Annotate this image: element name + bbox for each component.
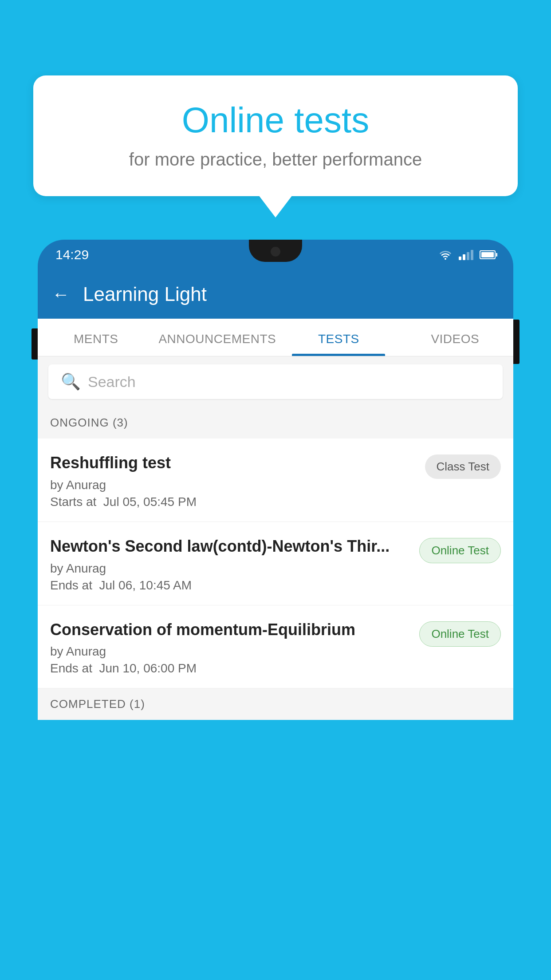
phone-right-button [513, 320, 520, 364]
bubble-title: Online tests [60, 100, 491, 141]
bubble-subtitle: for more practice, better performance [60, 150, 491, 170]
tab-videos[interactable]: VIDEOS [397, 319, 513, 356]
tab-tests[interactable]: TESTS [280, 319, 397, 356]
test-by-3: by Anurag [50, 644, 410, 659]
signal-icon [459, 249, 473, 260]
completed-section-header: COMPLETED (1) [38, 688, 513, 720]
test-list: Reshuffling test by Anurag Starts at Jul… [38, 439, 513, 688]
status-time: 14:29 [55, 247, 89, 262]
speech-bubble: Online tests for more practice, better p… [33, 75, 518, 196]
test-name-3: Conservation of momentum-Equilibrium [50, 620, 410, 640]
test-item-1[interactable]: Reshuffling test by Anurag Starts at Jul… [38, 439, 513, 522]
phone-screen: 14:29 [38, 240, 513, 720]
test-badge-2: Online Test [419, 538, 501, 563]
test-name-1: Reshuffling test [50, 453, 416, 474]
test-name-2: Newton's Second law(contd)-Newton's Thir… [50, 536, 410, 557]
app-toolbar: ← Learning Light [38, 270, 513, 319]
tab-bar: MENTS ANNOUNCEMENTS TESTS VIDEOS [38, 319, 513, 356]
tab-announcements[interactable]: ANNOUNCEMENTS [154, 319, 280, 356]
notch [249, 240, 302, 262]
test-by-2: by Anurag [50, 561, 410, 576]
back-button[interactable]: ← [52, 285, 70, 304]
test-item-2[interactable]: Newton's Second law(contd)-Newton's Thir… [38, 522, 513, 605]
test-time-2: Ends at Jul 06, 10:45 AM [50, 578, 410, 593]
test-badge-1: Class Test [425, 454, 501, 479]
phone-container: 14:29 [38, 240, 513, 980]
search-input[interactable]: Search [88, 373, 136, 391]
status-bar: 14:29 [38, 240, 513, 270]
test-badge-3: Online Test [419, 621, 501, 647]
search-bar[interactable]: 🔍 Search [48, 364, 503, 399]
test-info-3: Conservation of momentum-Equilibrium by … [50, 620, 419, 676]
test-time-3: Ends at Jun 10, 06:00 PM [50, 661, 410, 676]
test-by-1: by Anurag [50, 478, 416, 492]
phone-left-button [31, 328, 38, 360]
tab-ments[interactable]: MENTS [38, 319, 154, 356]
search-icon: 🔍 [61, 372, 81, 391]
battery-icon [480, 250, 496, 259]
test-item-3[interactable]: Conservation of momentum-Equilibrium by … [38, 605, 513, 689]
test-info-1: Reshuffling test by Anurag Starts at Jul… [50, 453, 425, 509]
camera [271, 247, 280, 257]
wifi-icon [438, 249, 453, 260]
app-title: Learning Light [83, 283, 207, 305]
search-container: 🔍 Search [38, 356, 513, 407]
test-info-2: Newton's Second law(contd)-Newton's Thir… [50, 536, 419, 593]
test-time-1: Starts at Jul 05, 05:45 PM [50, 495, 416, 509]
status-icons [438, 249, 496, 260]
ongoing-section-header: ONGOING (3) [38, 407, 513, 439]
